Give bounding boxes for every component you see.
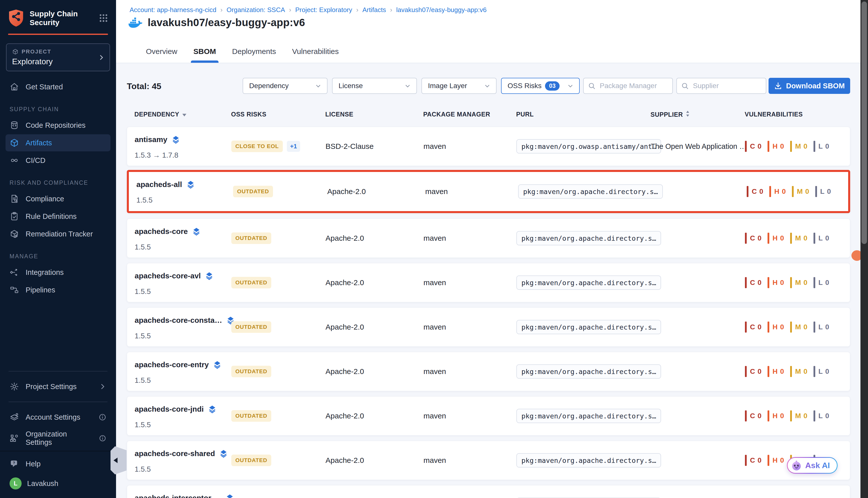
- select-label: Dependency: [249, 82, 288, 90]
- column-header-purl[interactable]: PURL: [516, 111, 534, 118]
- table-row[interactable]: apacheds-core-shared1.5.5OUTDATEDApache-…: [127, 441, 850, 480]
- oss-risks-cell: OUTDATED: [231, 366, 271, 377]
- sidebar-item-remediation-tracker[interactable]: Remediation Tracker: [5, 225, 111, 243]
- oss-risk-more-badge[interactable]: +1: [287, 141, 300, 152]
- license-cell: BSD-2-Clause: [325, 142, 374, 150]
- vuln-severity-m: M0: [790, 410, 807, 421]
- svg-text:?: ?: [13, 461, 15, 465]
- artifact-title-row: lavakush07/easy-buggy-app:v6: [128, 16, 305, 29]
- sidebar-item-account-settings[interactable]: Account Settings: [5, 409, 111, 426]
- column-label: DEPENDENCY: [134, 111, 179, 118]
- column-header-supplier[interactable]: SUPPLIER: [650, 111, 689, 118]
- column-label: PURL: [516, 111, 534, 118]
- vuln-severity-count: 0: [825, 412, 829, 420]
- vuln-severity-count: 0: [803, 234, 807, 242]
- scrollbar-thumb[interactable]: [861, 1, 867, 244]
- table-row[interactable]: apacheds-core-avl1.5.5OUTDATEDApache-2.0…: [127, 263, 850, 302]
- table-row[interactable]: apacheds-core-entry1.5.5OUTDATEDApache-2…: [127, 352, 850, 391]
- table-row[interactable]: apacheds-core-jndi1.5.5OUTDATEDApache-2.…: [127, 396, 850, 435]
- sidebar-item-organization-settings[interactable]: Organization Settings: [5, 426, 111, 450]
- breadcrumb-item-1[interactable]: Organization: SSCA: [226, 6, 285, 14]
- scrollbar-track: [860, 0, 868, 498]
- column-header-license[interactable]: LICENSE: [325, 111, 353, 118]
- accent-rule: [8, 34, 108, 35]
- nav-item-label: Code Repositories: [26, 121, 86, 130]
- vuln-severity-letter: L: [818, 142, 823, 150]
- table-row[interactable]: apacheds-core-consta…1.5.5OUTDATEDApache…: [127, 307, 850, 346]
- vuln-severity-h: H0: [767, 410, 784, 421]
- oss-risks-cell: OUTDATED: [231, 277, 271, 288]
- table-row[interactable]: antisamy1.5.3 → 1.7.8CLOSE TO EOL+1BSD-2…: [127, 127, 850, 166]
- compliance-icon: [10, 194, 19, 204]
- sidebar-item-code-repositories[interactable]: Code Repositories: [5, 117, 111, 134]
- purl-chip[interactable]: pkg:maven/org.apache.directory.s…: [516, 453, 661, 468]
- vuln-severity-h: H0: [767, 322, 784, 332]
- breadcrumb-item-3[interactable]: Artifacts: [362, 6, 386, 14]
- sidebar-item-pipelines[interactable]: Pipelines: [5, 281, 111, 299]
- purl-chip[interactable]: pkg:maven/org.apache.directory.s…: [516, 320, 661, 335]
- vuln-severity-bar: [767, 141, 769, 152]
- help-button[interactable]: ? Help: [10, 459, 106, 469]
- search-input-package-manager[interactable]: [583, 78, 673, 94]
- artifacts-icon: [10, 138, 19, 148]
- vuln-severity-count: 0: [825, 323, 829, 331]
- column-header-package-manager[interactable]: PACKAGE MANAGER: [423, 111, 490, 118]
- column-header-dependency[interactable]: DEPENDENCY: [134, 111, 186, 118]
- docker-icon: [128, 17, 143, 28]
- purl-chip[interactable]: pkg:maven/org.apache.directory.s…: [518, 184, 663, 199]
- user-menu[interactable]: L Lavakush: [10, 477, 106, 489]
- breadcrumb-item-4[interactable]: lavakush07/easy-buggy-app:v6: [396, 6, 487, 14]
- filter-select-image-layer[interactable]: Image Layer: [422, 78, 496, 94]
- breadcrumb-separator: ›: [356, 6, 359, 14]
- info-icon[interactable]: [99, 413, 106, 421]
- sidebar-nav: Get StartedSUPPLY CHAINCode Repositories…: [0, 78, 116, 365]
- chevron-right-icon: [98, 54, 105, 61]
- project-selector[interactable]: PROJECT Exploratory: [6, 43, 110, 71]
- vuln-severity-letter: C: [750, 234, 755, 242]
- vuln-severity-letter: M: [795, 323, 801, 331]
- active-tab-underline: [191, 61, 219, 63]
- tab-deployments[interactable]: Deployments: [231, 47, 277, 63]
- nav-section-label: RISK AND COMPLIANCE: [10, 180, 106, 186]
- download-sbom-button[interactable]: Download SBOM: [768, 78, 850, 94]
- tab-sbom[interactable]: SBOM: [192, 47, 218, 63]
- oss-risks-cell: OUTDATED: [231, 321, 271, 333]
- filter-select-license[interactable]: License: [332, 78, 417, 94]
- sidebar-item-ci-cd[interactable]: CI/CD: [5, 152, 111, 169]
- table-row[interactable]: apacheds-all1.5.5OUTDATEDApache-2.0maven…: [127, 170, 850, 213]
- vuln-severity-count: 0: [757, 234, 762, 242]
- vuln-severity-l: L0: [815, 186, 831, 197]
- purl-chip[interactable]: pkg:maven/org.apache.directory.s…: [516, 409, 661, 423]
- dependency-cell: apacheds-interceptor-…: [134, 494, 234, 498]
- purl-chip[interactable]: pkg:maven/org.apache.directory.s…: [516, 365, 661, 379]
- supplier-cell: The Open Web Application …: [651, 142, 747, 150]
- purl-chip[interactable]: pkg:maven/org.apache.directory.s…: [516, 231, 661, 246]
- vuln-severity-m: M0: [792, 186, 809, 197]
- breadcrumb-item-2[interactable]: Project: Exploratory: [295, 6, 352, 14]
- sidebar-item-get-started[interactable]: Get Started: [5, 78, 111, 95]
- sidebar-item-integrations[interactable]: Integrations: [5, 264, 111, 281]
- column-header-oss-risks[interactable]: OSS RISKS: [231, 111, 267, 118]
- tab-overview[interactable]: Overview: [144, 47, 179, 63]
- sidebar-item-project-settings[interactable]: Project Settings: [5, 378, 111, 395]
- purl-chip[interactable]: pkg:maven/org.apache.directory.s…: [516, 276, 661, 290]
- tab-label: Deployments: [232, 47, 276, 55]
- ask-ai-button[interactable]: Ask AI: [787, 457, 838, 474]
- table-row[interactable]: apacheds-interceptor-…1.5.5OUTDATEDApach…: [127, 485, 850, 498]
- info-icon[interactable]: [99, 434, 106, 442]
- app-grid-icon[interactable]: [99, 13, 108, 23]
- purl-chip[interactable]: pkg:maven/org.owasp.antisamy/ant…: [516, 139, 661, 154]
- vuln-severity-count: 0: [757, 412, 762, 420]
- sidebar-item-compliance[interactable]: Compliance: [5, 190, 111, 207]
- filter-select-dependency[interactable]: Dependency: [243, 78, 327, 94]
- sidebar-collapse-handle[interactable]: [111, 446, 127, 474]
- column-header-vulnerabilities[interactable]: VULNERABILITIES: [745, 111, 803, 118]
- table-row[interactable]: apacheds-core1.5.5OUTDATEDApache-2.0mave…: [127, 219, 850, 258]
- breadcrumb-item-0[interactable]: Account: app-harness-ng-cicd: [130, 6, 216, 14]
- license-cell: Apache-2.0: [325, 412, 364, 420]
- sidebar-item-rule-definitions[interactable]: Rule Definitions: [5, 208, 111, 225]
- tab-vulnerabilities[interactable]: Vulnerabilities: [290, 47, 340, 63]
- sidebar-item-artifacts[interactable]: Artifacts: [5, 134, 111, 152]
- search-input-supplier[interactable]: [676, 78, 766, 94]
- filter-select-oss-risks[interactable]: OSS Risks03: [501, 78, 580, 94]
